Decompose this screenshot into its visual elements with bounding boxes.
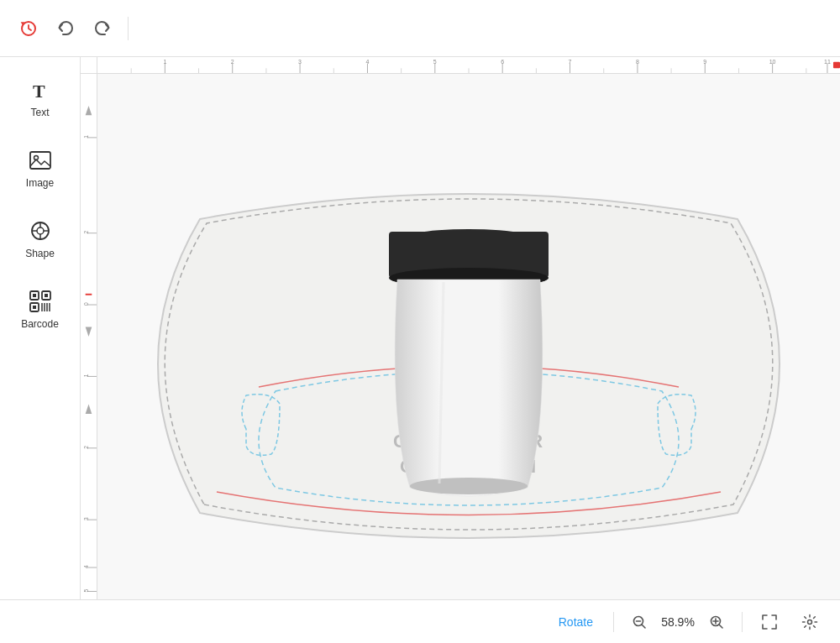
sidebar: T Text Image: [0, 57, 81, 599]
svg-text:4: 4: [83, 565, 89, 568]
svg-text:T: T: [33, 81, 45, 102]
zoom-control: 58.9%: [627, 610, 728, 634]
svg-line-87: [719, 625, 722, 628]
barcode-tool-icon: [27, 288, 54, 315]
sidebar-item-barcode[interactable]: Barcode: [7, 275, 74, 342]
svg-text:1: 1: [83, 135, 89, 139]
zoom-in-icon: [709, 614, 724, 630]
sidebar-item-shape[interactable]: Shape: [7, 205, 74, 272]
svg-text:10: 10: [769, 59, 776, 65]
zoom-level-display: 58.9%: [658, 615, 698, 629]
svg-text:1: 1: [163, 59, 166, 65]
toolbar: [0, 0, 840, 57]
redo-icon: [93, 19, 112, 38]
fullscreen-button[interactable]: [756, 609, 783, 635]
svg-text:2: 2: [231, 59, 234, 65]
svg-text:7: 7: [569, 59, 572, 65]
svg-text:2: 2: [83, 231, 89, 234]
image-tool-icon: [27, 147, 54, 174]
svg-text:8: 8: [636, 59, 639, 65]
svg-text:11: 11: [824, 59, 831, 65]
design-canvas[interactable]: CREATE YOUR OWN DESIGN: [97, 74, 840, 599]
svg-point-5: [37, 227, 44, 234]
text-tool-label: Text: [30, 107, 49, 118]
svg-rect-13: [33, 294, 36, 297]
undo-icon: [56, 19, 75, 38]
svg-text:5: 5: [433, 59, 437, 65]
sidebar-item-text[interactable]: T Text: [7, 64, 74, 131]
svg-text:0: 0: [83, 302, 89, 306]
main-area: T Text Image: [0, 57, 840, 599]
svg-point-88: [808, 619, 812, 624]
ruler-left: 1 2 0 1 2 3 4 5: [81, 74, 97, 599]
svg-text:5: 5: [83, 588, 89, 592]
redo-button[interactable]: [87, 13, 118, 44]
svg-rect-15: [33, 306, 36, 309]
rotate-button[interactable]: Rotate: [552, 612, 600, 632]
fullscreen-icon: [761, 614, 778, 630]
toolbar-divider: [128, 17, 129, 40]
text-tool-icon: T: [27, 76, 54, 103]
zoom-out-button[interactable]: [627, 610, 651, 634]
shape-tool-label: Shape: [25, 248, 55, 259]
svg-text:1: 1: [83, 374, 89, 377]
sleeve-svg: CREATE YOUR OWN DESIGN: [150, 127, 788, 546]
app-container: T Text Image: [0, 0, 840, 643]
zoom-out-icon: [632, 614, 647, 630]
svg-text:9: 9: [703, 59, 706, 65]
svg-text:3: 3: [83, 517, 89, 520]
sidebar-item-image[interactable]: Image: [7, 134, 74, 201]
history-icon: [19, 19, 38, 38]
svg-marker-56: [86, 405, 92, 414]
settings-button[interactable]: [796, 609, 823, 635]
svg-rect-73: [86, 294, 92, 295]
svg-rect-42: [833, 62, 840, 69]
barcode-tool-label: Barcode: [21, 318, 59, 330]
svg-text:3: 3: [298, 59, 302, 65]
undo-button[interactable]: [50, 13, 81, 44]
svg-text:4: 4: [365, 59, 369, 65]
ruler-top: 1 2 3 4 5 6 7 8 9: [97, 57, 840, 74]
svg-line-83: [642, 625, 645, 628]
bottom-divider-1: [613, 612, 614, 632]
zoom-in-button[interactable]: [705, 610, 728, 634]
settings-icon: [801, 614, 818, 630]
svg-rect-14: [45, 294, 48, 297]
svg-rect-2: [30, 152, 50, 169]
svg-point-79: [410, 478, 528, 494]
bottom-bar: Rotate 58.9%: [0, 599, 840, 643]
history-button[interactable]: [13, 13, 44, 44]
bottom-divider-2: [742, 612, 743, 632]
ruler-corner: [81, 57, 97, 74]
svg-marker-55: [86, 327, 92, 337]
svg-text:2: 2: [83, 446, 89, 449]
canvas-area[interactable]: 1 2 3 4 5 6 7 8 9: [81, 57, 840, 599]
shape-tool-icon: [27, 217, 54, 244]
svg-text:6: 6: [501, 59, 504, 65]
svg-marker-54: [86, 106, 92, 115]
image-tool-label: Image: [26, 177, 54, 189]
